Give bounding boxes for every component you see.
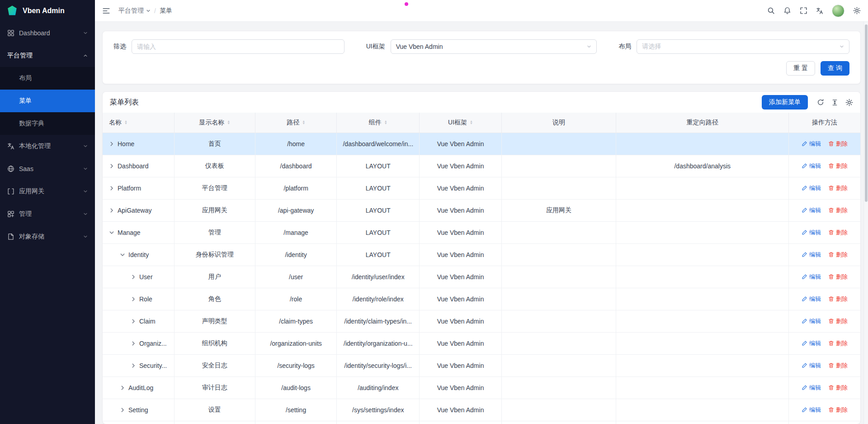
edit-button[interactable]: 编辑 (802, 384, 821, 392)
cell-ui-framework: Vue Vben Admin (437, 185, 484, 192)
table-row[interactable]: Setting设置/setting/sys/settings/indexVue … (103, 399, 860, 421)
delete-button[interactable]: 删除 (828, 317, 848, 325)
delete-button[interactable]: 删除 (828, 362, 848, 370)
expand-row-icon[interactable] (109, 163, 114, 169)
delete-button[interactable]: 删除 (828, 251, 848, 259)
filter-input[interactable] (132, 39, 344, 54)
table-row[interactable]: Organiz...组织机构/organization-units/identi… (103, 332, 860, 354)
table-row[interactable]: ApiGateway应用网关/api-gatewayLAYOUTVue Vben… (103, 199, 860, 221)
edit-button[interactable]: 编辑 (802, 184, 821, 192)
sort-icon[interactable]: ▲▼ (302, 120, 305, 124)
sort-icon[interactable]: ▲▼ (124, 120, 127, 124)
table-settings-icon[interactable] (845, 99, 853, 106)
sort-icon[interactable]: ▲▼ (470, 120, 473, 124)
edit-button[interactable]: 编辑 (802, 273, 821, 281)
fullscreen-icon[interactable] (800, 7, 807, 14)
delete-button[interactable]: 删除 (828, 406, 848, 414)
table-row[interactable]: Home首页/home/dashboard/welcome/in...Vue V… (103, 133, 860, 155)
column-header-ui-framework[interactable]: UI框架▲▼ (420, 113, 502, 133)
menu-fold-icon[interactable] (102, 7, 110, 15)
edit-button[interactable]: 编辑 (802, 251, 821, 259)
sidebar-item-layout[interactable]: 布局 (0, 67, 95, 90)
notification-bell-icon[interactable] (783, 7, 791, 14)
scrollbar-thumb[interactable] (865, 24, 868, 202)
add-menu-button[interactable]: 添加新菜单 (762, 95, 808, 110)
delete-button[interactable]: 删除 (828, 273, 848, 281)
search-button[interactable]: 查 询 (821, 61, 849, 76)
cell-component: /identity/role/index (353, 295, 404, 303)
expand-row-icon[interactable] (109, 208, 114, 213)
delete-button[interactable]: 删除 (828, 384, 848, 392)
table-row[interactable]: Manage管理/manageLAYOUTVue Vben Admin编辑删除 (103, 221, 860, 243)
search-icon[interactable] (767, 7, 775, 14)
breadcrumb-item-platform[interactable]: 平台管理 (118, 7, 151, 15)
expand-row-icon[interactable] (131, 363, 136, 368)
sidebar-item-platform[interactable]: 平台管理 (0, 44, 95, 67)
expand-row-icon[interactable] (131, 341, 136, 346)
column-header-component[interactable]: 组件▲▼ (337, 113, 420, 133)
avatar[interactable] (832, 5, 844, 17)
cell-component: /sys/settings/index (352, 406, 404, 414)
refresh-icon[interactable] (817, 99, 824, 106)
table-row[interactable]: AuditLog审计日志/audit-logs/auditing/indexVu… (103, 376, 860, 399)
sidebar-item-dashboard[interactable]: Dashboard (0, 22, 95, 44)
expand-row-icon[interactable] (120, 407, 125, 413)
expand-row-icon[interactable] (109, 186, 114, 191)
collapse-row-icon[interactable] (120, 252, 125, 257)
edit-button[interactable]: 编辑 (802, 339, 821, 348)
sidebar-item-api-gateway[interactable]: 应用网关 (0, 180, 95, 203)
ui-framework-select[interactable]: Vue Vben Admin (391, 39, 597, 54)
edit-button[interactable]: 编辑 (802, 406, 821, 414)
column-header-name[interactable]: 名称▲▼ (103, 113, 174, 133)
settings-gear-icon[interactable] (853, 7, 861, 14)
app-logo[interactable]: Vben Admin (0, 0, 95, 22)
language-icon[interactable] (816, 7, 823, 14)
sidebar-item-localization[interactable]: 本地化管理 (0, 135, 95, 157)
delete-button[interactable]: 删除 (828, 184, 848, 192)
expand-row-icon[interactable] (131, 319, 136, 324)
edit-button[interactable]: 编辑 (802, 229, 821, 237)
sort-icon[interactable]: ▲▼ (384, 120, 387, 124)
table-row[interactable]: Security...安全日志/security-logs/identity/s… (103, 354, 860, 376)
row-height-icon[interactable] (831, 99, 838, 106)
table-row[interactable]: Platform平台管理/platformLAYOUTVue Vben Admi… (103, 177, 860, 199)
delete-button[interactable]: 删除 (828, 229, 848, 237)
collapse-row-icon[interactable] (109, 230, 114, 235)
expand-row-icon[interactable] (109, 141, 114, 147)
delete-button[interactable]: 删除 (828, 162, 848, 170)
layout-select[interactable]: 请选择 (637, 39, 849, 54)
edit-button[interactable]: 编辑 (802, 362, 821, 370)
expand-row-icon[interactable] (131, 296, 136, 302)
edit-button[interactable]: 编辑 (802, 140, 821, 148)
sidebar-item-object-storage[interactable]: 对象存储 (0, 225, 95, 248)
sidebar-item-menu[interactable]: 菜单 (0, 90, 95, 112)
row-name: Organiz... (139, 340, 167, 347)
edit-button[interactable]: 编辑 (802, 206, 821, 214)
delete-button[interactable]: 删除 (828, 140, 848, 148)
table-row[interactable]: Role角色/role/identity/role/indexVue Vben … (103, 288, 860, 310)
edit-button[interactable]: 编辑 (802, 162, 821, 170)
breadcrumb-label: 平台管理 (118, 7, 144, 15)
expand-row-icon[interactable] (131, 274, 136, 280)
table-row[interactable]: Dashboard仪表板/dashboardLAYOUTVue Vben Adm… (103, 155, 860, 177)
expand-row-icon[interactable] (120, 385, 125, 391)
sidebar-item-label: Saas (19, 165, 79, 172)
edit-button[interactable]: 编辑 (802, 295, 821, 303)
delete-button[interactable]: 删除 (828, 339, 848, 348)
table-row[interactable]: Identity身份标识管理/identityLAYOUTVue Vben Ad… (103, 243, 860, 266)
column-header-display-name[interactable]: 显示名称▲▼ (174, 113, 255, 133)
edit-button[interactable]: 编辑 (802, 317, 821, 325)
sidebar-item-saas[interactable]: Saas (0, 157, 95, 180)
delete-button[interactable]: 删除 (828, 206, 848, 214)
delete-button[interactable]: 删除 (828, 295, 848, 303)
delete-label: 删除 (836, 317, 848, 325)
sort-icon[interactable]: ▲▼ (227, 120, 230, 124)
table-row[interactable]: User用户/user/identity/user/indexVue Vben … (103, 266, 860, 288)
reset-button[interactable]: 重 置 (786, 61, 815, 76)
table-row[interactable]: Claim声明类型/claim-types/identity/claim-typ… (103, 310, 860, 332)
sidebar-item-dictionary[interactable]: 数据字典 (0, 112, 95, 135)
column-header-path[interactable]: 路径▲▼ (255, 113, 337, 133)
sidebar-item-manage[interactable]: 管理 (0, 203, 95, 225)
scrollbar-track[interactable] (863, 22, 868, 424)
cell-component: /identity/organization-u... (344, 340, 413, 347)
